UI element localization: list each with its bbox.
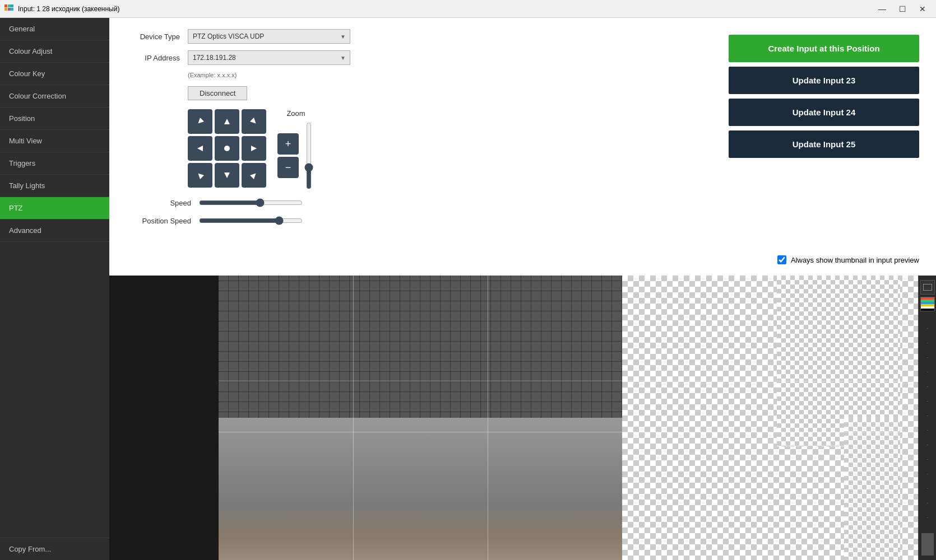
aspect-ratio-icon[interactable] [920,280,935,295]
sidebar-item-triggers[interactable]: Triggers [0,152,109,175]
zoom-buttons: + − [277,133,299,178]
svg-marker-7 [224,119,230,124]
svg-rect-0 [4,4,7,7]
position-speed-label: Position Speed [126,217,199,225]
tick-12: - [926,485,928,491]
scrollbar-thumb[interactable] [921,533,934,556]
center-dot [224,146,230,151]
sidebar-item-colour-adjust[interactable]: Colour Adjust [0,40,109,63]
ptz-controls: Device Type PTZ Optics VISCA UDP IP Addr… [126,29,706,264]
tick-14: - [926,514,928,520]
dir-up-right[interactable] [242,109,266,134]
action-buttons: Create Input at this Position Update Inp… [729,29,919,158]
dir-down-left[interactable] [188,163,212,188]
svg-rect-1 [8,4,11,7]
transparency-bottom [844,418,900,560]
tick-1: - [926,325,928,330]
sidebar-item-multi-view[interactable]: Multi View [0,130,109,152]
tick-8: - [926,427,928,432]
svg-rect-14 [923,284,932,291]
content-area: Device Type PTZ Optics VISCA UDP IP Addr… [109,18,936,560]
device-type-row: Device Type PTZ Optics VISCA UDP [126,29,706,44]
sidebar-item-colour-key[interactable]: Colour Key [0,63,109,85]
color-bars-icon[interactable] [920,297,935,311]
update-input-23-button[interactable]: Update Input 23 [729,67,919,94]
speed-label: Speed [126,199,199,207]
svg-marker-13 [250,171,258,179]
sidebar-item-general[interactable]: General [0,18,109,40]
right-column: Create Input at this Position Update Inp… [729,29,919,264]
dir-left[interactable] [188,136,212,161]
preview-image-area [219,276,918,560]
sidebar: General Colour Adjust Colour Key Colour … [0,18,109,560]
svg-marker-10 [251,146,257,151]
thumbnail-label: Always show thumbnail in input preview [791,256,919,264]
zoom-out-button[interactable]: − [277,157,299,178]
zoom-area: Zoom + − [277,109,314,189]
sidebar-item-advanced[interactable]: Advanced [0,220,109,242]
position-speed-row: Position Speed [126,216,706,225]
maximize-button[interactable]: ☐ [893,3,911,15]
ruler-ticks: - - - - - - - - - - - - - - [919,314,936,531]
speed-slider[interactable] [199,198,303,207]
tick-13: - [926,500,928,505]
right-panel: - - - - - - - - - - - - - - [918,276,936,560]
device-type-select[interactable]: PTZ Optics VISCA UDP [188,29,350,44]
thumbnail-row: Always show thumbnail in input preview [777,244,919,264]
svg-rect-4 [8,8,11,11]
svg-rect-2 [11,4,13,7]
sidebar-item-position[interactable]: Position [0,108,109,130]
device-type-label: Device Type [126,32,188,41]
svg-rect-5 [11,8,13,11]
copy-from-button[interactable]: Copy From... [0,538,109,560]
ip-address-select[interactable]: 172.18.191.28 [188,50,350,65]
update-input-24-button[interactable]: Update Input 24 [729,99,919,126]
tick-2: - [926,339,928,345]
grid-line-h2 [219,381,918,381]
dir-up[interactable] [215,109,239,134]
grid-line-v1 [353,276,354,560]
dir-right[interactable] [242,136,266,161]
tick-10: - [926,456,928,461]
svg-rect-3 [4,8,7,11]
ip-address-label: IP Address [126,54,188,62]
ip-address-row: IP Address 172.18.191.28 [126,50,706,65]
thumbnail-checkbox[interactable] [777,255,786,264]
tick-4: - [926,368,928,374]
acoustic-section [219,276,622,432]
disconnect-button[interactable]: Disconnect [188,86,247,100]
update-input-25-button[interactable]: Update Input 25 [729,130,919,158]
black-stripe [921,309,934,311]
create-input-button[interactable]: Create Input at this Position [729,35,919,62]
window-title: Input: 1 28 исходник (закеенный) [18,5,873,13]
svg-marker-8 [250,118,258,125]
app-icon [4,4,13,13]
sofa-section [219,418,622,560]
svg-marker-9 [197,146,203,151]
zoom-slider[interactable] [303,122,314,189]
ip-address-select-wrapper: 172.18.191.28 [188,50,350,65]
zoom-in-button[interactable]: + [277,133,299,155]
tick-3: - [926,354,928,360]
ip-example-text: (Example: x.x.x.x) [188,72,706,78]
zoom-slider-container: + − [277,122,314,189]
minimize-button[interactable]: — [873,3,891,15]
main-container: General Colour Adjust Colour Key Colour … [0,18,936,560]
device-type-select-wrapper: PTZ Optics VISCA UDP [188,29,350,44]
dir-up-left[interactable] [188,109,212,134]
bottom-preview: - - - - - - - - - - - - - - [109,276,936,560]
tick-6: - [926,398,928,403]
dir-center[interactable] [215,136,239,161]
svg-marker-11 [196,171,204,179]
position-speed-slider[interactable] [199,216,303,225]
svg-marker-6 [196,118,204,125]
dir-down[interactable] [215,163,239,188]
tick-11: - [926,470,928,476]
sidebar-item-colour-correction[interactable]: Colour Correction [0,85,109,108]
sidebar-item-tally-lights[interactable]: Tally Lights [0,175,109,197]
zoom-label: Zoom [286,109,305,118]
title-bar: Input: 1 28 исходник (закеенный) — ☐ ✕ [0,0,936,18]
close-button[interactable]: ✕ [914,3,932,15]
sidebar-item-ptz[interactable]: PTZ [0,197,109,220]
dir-down-right[interactable] [242,163,266,188]
